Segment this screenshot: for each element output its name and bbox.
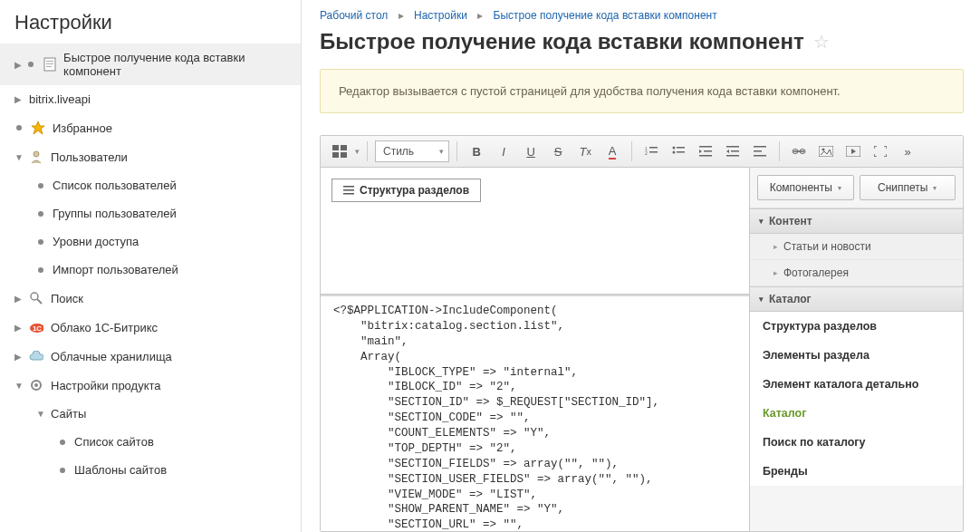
sidebar-item[interactable]: ▼Сайты	[0, 400, 301, 428]
page-icon	[43, 57, 56, 72]
svg-point-5	[34, 151, 39, 157]
sidebar-item[interactable]: Список пользователей	[0, 171, 301, 199]
arrow-icon: ▶	[14, 294, 24, 304]
mode-icon[interactable]	[328, 140, 351, 162]
svg-rect-2	[46, 63, 53, 64]
accordion-news[interactable]: ▸Статьи и новости	[750, 234, 963, 260]
catalog-link[interactable]: Поиск по каталогу	[750, 428, 963, 457]
cloud-red-icon: 1C	[29, 320, 43, 334]
sidebar-item[interactable]: Список сайтов	[0, 428, 301, 456]
svg-rect-27	[699, 155, 712, 157]
canvas[interactable]: Структура разделов	[321, 168, 749, 295]
breadcrumb: Рабочий стол ▸ Настройки ▸ Быстрое получ…	[320, 9, 964, 22]
catalog-link[interactable]: Структура разделов	[750, 312, 963, 341]
underline-icon[interactable]: U	[519, 140, 543, 162]
sidebar-item[interactable]: Шаблоны сайтов	[0, 456, 301, 484]
sidebar-item[interactable]: ▼Пользователи	[0, 142, 301, 171]
sidebar-item-label: Облако 1С-Битрикс	[51, 321, 158, 334]
image-icon[interactable]	[814, 140, 838, 162]
list-ol-icon[interactable]: 12	[639, 140, 663, 162]
sidebar-item-label: Быстрое получение кода вставки компонент	[63, 51, 292, 78]
crumb[interactable]: Быстрое получение кода вставки компонент	[494, 9, 717, 22]
arrow-icon: ▼	[36, 409, 45, 419]
favorite-star-icon[interactable]: ☆	[813, 31, 830, 53]
catalog-link[interactable]: Элемент каталога детально	[750, 370, 963, 399]
sidebar-item-label: Поиск	[51, 292, 83, 305]
style-select[interactable]: Стиль	[375, 140, 449, 162]
sidebar-item[interactable]: ▼Настройки продукта	[0, 371, 301, 400]
code-area[interactable]: <?$APPLICATION->IncludeComponent( "bitri…	[321, 295, 749, 531]
more-icon[interactable]: »	[896, 140, 919, 162]
svg-marker-4	[32, 121, 44, 134]
italic-icon[interactable]: I	[492, 140, 515, 162]
arrow-icon: ▶	[14, 94, 24, 104]
crumb[interactable]: Настройки	[414, 9, 467, 22]
link-icon[interactable]	[787, 140, 811, 162]
svg-rect-34	[754, 155, 766, 157]
sidebar-item-label: Список сайтов	[74, 435, 154, 449]
svg-rect-32	[754, 146, 766, 148]
crumb-sep: ▸	[399, 9, 404, 22]
align-icon[interactable]	[748, 140, 772, 162]
structure-button[interactable]: Структура разделов	[331, 179, 481, 202]
svg-rect-1	[46, 61, 53, 62]
dot-icon	[60, 468, 65, 473]
main: Рабочий стол ▸ Настройки ▸ Быстрое получ…	[302, 0, 980, 532]
canvas-column: Структура разделов <?$APPLICATION->Inclu…	[321, 168, 750, 531]
accordion-content[interactable]: ▾Контент	[750, 208, 963, 234]
svg-rect-14	[332, 152, 339, 158]
sidebar-item-label: Облачные хранилища	[51, 350, 172, 363]
fullscreen-icon[interactable]	[869, 140, 892, 162]
svg-rect-33	[754, 150, 762, 152]
cloud-icon	[29, 349, 43, 363]
user-icon	[29, 150, 43, 164]
star-icon	[31, 121, 45, 135]
sidebar-item[interactable]: ▶Быстрое получение кода вставки компонен…	[0, 44, 301, 85]
snippets-button[interactable]: Сниппеты	[860, 175, 956, 200]
svg-point-20	[673, 147, 676, 150]
svg-rect-15	[341, 152, 347, 158]
accordion-catalog[interactable]: ▾Каталог	[750, 286, 963, 312]
sidebar-item[interactable]: Группы пользователей	[0, 199, 301, 227]
sidebar-item[interactable]: ▶Поиск	[0, 284, 301, 313]
arrow-icon: ▶	[14, 352, 24, 362]
svg-text:1C: 1C	[33, 324, 42, 333]
sidebar-item[interactable]: Импорт пользователей	[0, 256, 301, 284]
indent-icon[interactable]	[721, 140, 745, 162]
catalog-link[interactable]: Каталог	[750, 399, 963, 428]
sidebar-item-label: bitrix.liveapi	[29, 92, 91, 106]
svg-rect-26	[704, 150, 712, 152]
video-icon[interactable]	[841, 140, 865, 162]
dot-icon	[38, 211, 43, 217]
list-ul-icon[interactable]	[667, 140, 690, 162]
sidebar-item-label: Группы пользователей	[53, 207, 177, 220]
svg-marker-29	[726, 150, 729, 153]
outdent-icon[interactable]	[694, 140, 717, 162]
bold-icon[interactable]: B	[465, 140, 488, 162]
sidebar-item[interactable]: ▶Облачные хранилища	[0, 342, 301, 371]
svg-rect-17	[649, 147, 658, 149]
svg-rect-23	[677, 151, 685, 153]
crumb[interactable]: Рабочий стол	[320, 9, 388, 22]
sidebar-item[interactable]: ▶bitrix.liveapi	[0, 85, 301, 113]
svg-rect-41	[343, 186, 354, 188]
sidebar-item-label: Уровни доступа	[53, 235, 139, 248]
editor-body: Структура разделов <?$APPLICATION->Inclu…	[321, 168, 963, 531]
side-panel: Компоненты Сниппеты ▾Контент ▸Статьи и н…	[750, 168, 963, 531]
catalog-link[interactable]: Элементы раздела	[750, 341, 963, 370]
dot-icon	[16, 125, 22, 131]
sidebar-item[interactable]: Избранное	[0, 113, 301, 142]
dot-icon	[38, 239, 43, 245]
strike-icon[interactable]: S	[546, 140, 570, 162]
sidebar-item[interactable]: ▶1CОблако 1С-Битрикс	[0, 313, 301, 342]
svg-marker-25	[699, 150, 702, 153]
text-color-icon[interactable]: A	[600, 140, 624, 162]
sidebar: Настройки ▶Быстрое получение кода вставк…	[0, 0, 302, 532]
components-button[interactable]: Компоненты	[757, 175, 854, 200]
svg-rect-42	[343, 189, 354, 191]
accordion-gallery[interactable]: ▸Фотогалерея	[750, 260, 963, 286]
catalog-link[interactable]: Бренды	[750, 457, 963, 486]
arrow-icon: ▼	[14, 381, 24, 391]
sidebar-item[interactable]: Уровни доступа	[0, 227, 301, 256]
clear-format-icon[interactable]: Tx	[573, 140, 597, 162]
